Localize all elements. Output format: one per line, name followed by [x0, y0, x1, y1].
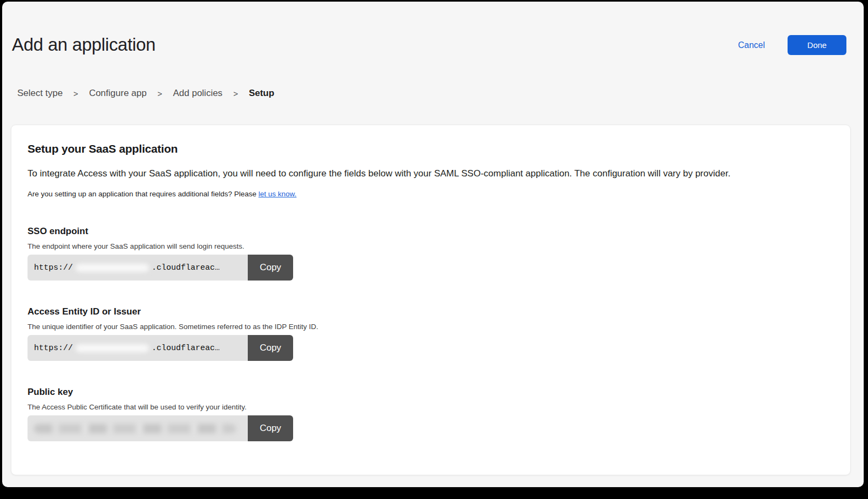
access-entity-id-description: The unique identifier of your SaaS appli… — [28, 323, 834, 331]
access-entity-id-copy-row: https:// .cloudflareac… Copy — [28, 335, 293, 361]
value-suffix: .cloudflareac… — [152, 344, 220, 353]
cancel-button[interactable]: Cancel — [738, 40, 765, 50]
app-window: Add an application Cancel Done Select ty… — [2, 2, 864, 487]
value-suffix: .cloudflareac… — [152, 263, 220, 272]
page-title: Add an application — [11, 34, 155, 56]
public-key-section: Public key The Access Public Certificate… — [28, 387, 834, 441]
public-key-label: Public key — [28, 387, 834, 398]
card-intro: To integrate Access with your SaaS appli… — [28, 167, 834, 180]
access-entity-id-section: Access Entity ID or Issuer The unique id… — [28, 306, 834, 361]
public-key-copy-button[interactable]: Copy — [248, 415, 293, 441]
sso-endpoint-section: SSO endpoint The endpoint where your Saa… — [28, 226, 834, 281]
breadcrumb-separator: > — [233, 89, 238, 98]
let-us-know-link[interactable]: let us know. — [259, 190, 297, 198]
card-heading: Setup your SaaS application — [28, 142, 834, 155]
public-key-value — [28, 415, 248, 441]
access-entity-id-copy-button[interactable]: Copy — [248, 335, 293, 361]
page-header: Add an application Cancel Done — [11, 2, 851, 56]
sso-endpoint-copy-button[interactable]: Copy — [248, 255, 293, 281]
sso-endpoint-value: https:// .cloudflareac… — [28, 255, 248, 281]
access-entity-id-value: https:// .cloudflareac… — [28, 335, 248, 361]
setup-card: Setup your SaaS application To integrate… — [11, 125, 851, 475]
sso-endpoint-description: The endpoint where your SaaS application… — [28, 242, 834, 250]
breadcrumb-separator: > — [158, 89, 162, 98]
breadcrumb-item-setup: Setup — [249, 88, 274, 99]
public-key-description: The Access Public Certificate that will … — [28, 403, 834, 411]
value-prefix: https:// — [34, 344, 73, 353]
breadcrumb-item-add-policies[interactable]: Add policies — [173, 88, 222, 99]
done-button[interactable]: Done — [788, 35, 846, 55]
breadcrumb: Select type > Configure app > Add polici… — [11, 88, 851, 99]
breadcrumb-item-configure-app[interactable]: Configure app — [89, 88, 147, 99]
header-actions: Cancel Done — [738, 34, 851, 55]
value-prefix: https:// — [34, 263, 73, 272]
card-note: Are you setting up an application that r… — [28, 190, 834, 198]
card-note-text: Are you setting up an application that r… — [28, 190, 259, 198]
access-entity-id-label: Access Entity ID or Issuer — [28, 306, 834, 317]
breadcrumb-separator: > — [73, 89, 78, 98]
sso-endpoint-label: SSO endpoint — [28, 226, 834, 237]
breadcrumb-item-select-type[interactable]: Select type — [17, 88, 63, 99]
public-key-copy-row: Copy — [28, 415, 293, 441]
redacted-value-blur — [76, 344, 149, 352]
redacted-value-blur — [34, 424, 236, 433]
redacted-value-blur — [76, 264, 149, 272]
sso-endpoint-copy-row: https:// .cloudflareac… Copy — [28, 255, 293, 281]
